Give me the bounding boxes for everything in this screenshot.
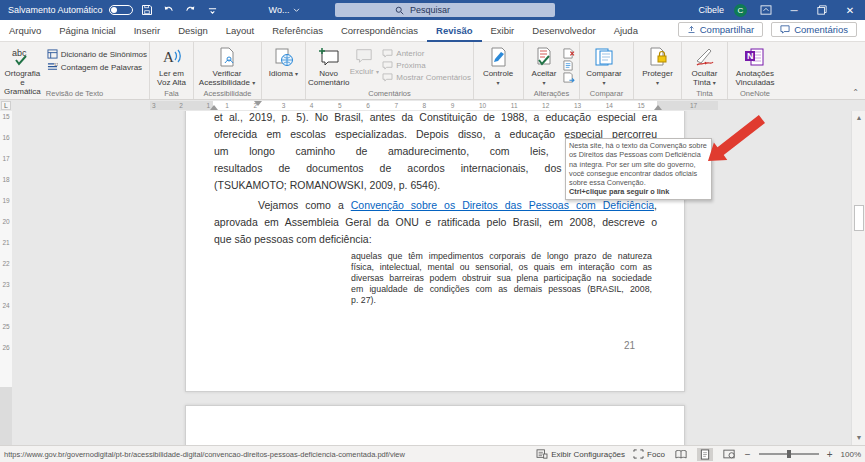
annotation-arrow <box>698 111 770 169</box>
zoom-slider[interactable] <box>759 453 819 455</box>
tab-pagina-inicial[interactable]: Página Inicial <box>50 20 125 42</box>
document-area: et al., 2019, p. 5). No Brasil, antes da… <box>0 111 865 445</box>
next-comment-button[interactable]: Próxima <box>382 61 471 70</box>
language-button[interactable]: Idioma ▾ <box>264 44 303 79</box>
tab-referencias[interactable]: Referências <box>263 20 332 42</box>
comments-button[interactable]: Comentários <box>771 22 857 37</box>
hanging-indent-marker[interactable] <box>210 105 218 110</box>
web-layout-button[interactable] <box>721 448 737 461</box>
previous-comment-button[interactable]: Anterior <box>382 49 471 58</box>
group-changes: Aceitar▾ Alterações <box>524 42 580 99</box>
hyperlink-tooltip: Nesta site, há o texto da Convenção sobr… <box>565 138 712 200</box>
hyperlink-convencao[interactable]: Convenção sobre os Direitos das Pessoas … <box>351 199 654 211</box>
vertical-ruler-numbers: 151617181920212223242526 <box>0 113 12 365</box>
zoom-out-button[interactable]: − <box>745 449 751 460</box>
search-icon <box>395 6 404 15</box>
dropdown-caret: ▾ <box>376 69 379 75</box>
document-title[interactable]: Wo... <box>269 5 301 15</box>
scroll-down-icon[interactable]: ▼ <box>854 433 864 443</box>
vertical-scrollbar[interactable]: ▲ ▼ <box>851 111 865 445</box>
tab-exibir[interactable]: Exibir <box>482 20 524 42</box>
collapse-ribbon-icon[interactable]: ⌃ <box>852 88 859 97</box>
tab-ajuda[interactable]: Ajuda <box>605 20 647 42</box>
accept-button[interactable]: Aceitar▾ <box>526 44 562 88</box>
tab-arquivo[interactable]: Arquivo <box>0 20 50 42</box>
linked-notes-button[interactable]: N Anotações Vinculadas <box>730 44 780 87</box>
group-label: Comparar <box>580 89 633 98</box>
dropdown-caret: ▾ <box>713 80 716 86</box>
quote-line: p. 27). <box>351 295 652 305</box>
tab-selector[interactable]: L <box>1 101 11 110</box>
first-line-indent-marker[interactable] <box>254 101 262 106</box>
dropdown-caret: ▾ <box>542 80 545 86</box>
previous-comment-icon <box>382 49 393 58</box>
share-button[interactable]: Compartilhar <box>678 22 763 37</box>
new-comment-button[interactable]: Novo Comentário <box>308 44 349 87</box>
right-indent-marker[interactable] <box>654 105 662 110</box>
restore-button[interactable] <box>813 1 831 19</box>
body-text-line: Vejamos como a Convenção sobre os Direit… <box>214 199 657 211</box>
scrollbar-thumb[interactable] <box>854 205 864 231</box>
search-input[interactable]: Pesquisar <box>335 3 555 17</box>
undo-icon[interactable] <box>161 3 177 17</box>
read-aloud-button[interactable]: A Ler em Voz Alta <box>152 44 191 87</box>
track-changes-icon <box>489 47 507 67</box>
group-accessibility: Verificar Acessibilidade ▾ Acessibilidad… <box>194 42 262 99</box>
zoom-slider-thumb[interactable] <box>787 450 791 458</box>
share-icon <box>687 25 696 34</box>
minimize-button[interactable]: ─ <box>785 1 803 19</box>
avatar[interactable]: C <box>734 4 747 17</box>
redo-icon[interactable] <box>183 3 199 17</box>
display-settings-icon <box>536 449 548 459</box>
tab-desenvolvedor[interactable]: Desenvolvedor <box>523 20 604 42</box>
body-text-line: que são pessoas com deficiência: <box>214 233 657 245</box>
svg-text:123: 123 <box>54 63 58 67</box>
read-aloud-icon: A <box>161 47 183 67</box>
autosave-toggle[interactable] <box>109 5 133 15</box>
scroll-up-icon[interactable]: ▲ <box>854 113 864 123</box>
delete-comment-button[interactable]: Excluir ▾ <box>349 44 379 77</box>
check-accessibility-button[interactable]: Verificar Acessibilidade ▾ <box>196 44 258 88</box>
thesaurus-button[interactable]: Dicionário de Sinônimos <box>47 49 147 59</box>
hide-ink-button[interactable]: OcultarTinta ▾ <box>684 44 725 88</box>
display-settings-button[interactable]: Exibir Configurações <box>536 449 625 459</box>
show-comments-icon <box>382 73 393 82</box>
qat-overflow-icon[interactable] <box>205 3 221 17</box>
group-label: Acessibilidade <box>194 89 261 98</box>
protect-button[interactable]: Proteger▾ <box>636 44 679 88</box>
tab-inserir[interactable]: Inserir <box>125 20 169 42</box>
track-changes-button[interactable]: Controle▾ <box>476 44 520 88</box>
close-button[interactable]: ✕ <box>841 1 859 19</box>
hide-ink-icon <box>695 47 715 67</box>
tab-correspondencias[interactable]: Correspondências <box>332 20 427 42</box>
vertical-ruler: 151617181920212223242526 <box>0 111 12 445</box>
ruler-margin-numbers: 321 <box>152 101 210 110</box>
group-label: Alterações <box>524 89 579 98</box>
title-caret-icon <box>293 8 300 13</box>
next-change-icon[interactable] <box>562 72 575 83</box>
spelling-abc-icon: abc <box>11 47 33 67</box>
word-count-button[interactable]: 123 Contagem de Palavras <box>47 62 147 72</box>
zoom-level[interactable]: 100% <box>841 450 861 459</box>
ribbon-display-options-icon[interactable] <box>757 1 775 19</box>
previous-change-icon[interactable] <box>562 60 575 71</box>
zoom-in-button[interactable]: + <box>827 449 833 460</box>
read-mode-button[interactable] <box>673 448 689 461</box>
quote-line: diversas barreiras podem obstruir sua pl… <box>351 273 652 283</box>
user-name[interactable]: Cibele <box>698 5 724 15</box>
focus-button[interactable]: Foco <box>633 449 665 459</box>
tab-revisao[interactable]: Revisão <box>427 20 481 42</box>
quote-line: aquelas que têm impedimentos corporais d… <box>351 251 652 261</box>
tab-layout[interactable]: Layout <box>217 20 264 42</box>
ruler-row: L 321 123456789101112131415 17 <box>0 100 865 111</box>
body-text-line: aprovada em Assembleia Geral da ONU e ra… <box>214 216 657 228</box>
compare-button[interactable]: Comparar▾ <box>582 44 626 88</box>
dropdown-caret: ▾ <box>496 80 499 86</box>
save-icon[interactable] <box>139 3 155 17</box>
document-page-2[interactable] <box>185 405 685 445</box>
reject-change-icon[interactable] <box>562 48 575 59</box>
show-comments-button[interactable]: Mostrar Comentários <box>382 73 471 82</box>
tab-design[interactable]: Design <box>169 20 217 42</box>
print-layout-button[interactable] <box>697 448 713 461</box>
protect-lock-icon <box>649 47 667 67</box>
